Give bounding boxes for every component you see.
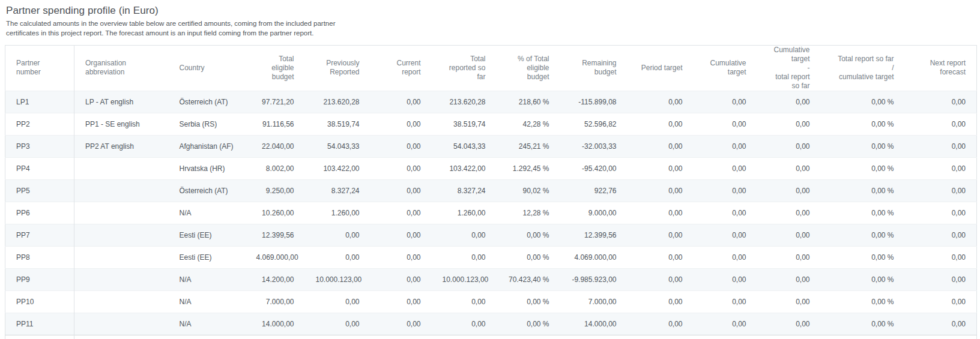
- cell: Serbia (RS): [169, 113, 246, 135]
- total-cell: 0,00 %: [821, 335, 905, 339]
- cell: 0,00: [432, 290, 497, 313]
- cell: [74, 246, 169, 268]
- total-cell: 4.354.989,32: [246, 335, 305, 339]
- table-row: PP11N/A14.000,000,000,000,000,00 %14.000…: [5, 313, 977, 335]
- cell: 38.519,74: [432, 113, 497, 135]
- cell: 0,00: [628, 91, 694, 113]
- cell: 0,00 %: [821, 290, 905, 313]
- cell: 12.399,56: [246, 224, 305, 246]
- cell: -9.985.923,00: [560, 268, 628, 290]
- cell: 0,00: [694, 135, 757, 157]
- cell: 0,00: [757, 268, 821, 290]
- cell: 1.292,45 %: [497, 157, 560, 179]
- cell: PP11: [5, 313, 74, 335]
- cell: [74, 224, 169, 246]
- cell: 0,00: [905, 179, 977, 202]
- cell: 14.000,00: [560, 313, 628, 335]
- cell: 0,00 %: [821, 179, 905, 202]
- cell: 1.260,00: [305, 202, 371, 224]
- cell: 0,00: [694, 179, 757, 202]
- cell: 0,00: [628, 268, 694, 290]
- cell: 0,00: [905, 224, 977, 246]
- column-header-7: Total reported so far: [432, 45, 497, 91]
- cell: 8.002,00: [246, 157, 305, 179]
- cell: 0,00: [305, 290, 371, 313]
- cell: 0,00: [305, 246, 371, 268]
- cell: 0,00: [757, 113, 821, 135]
- cell: N/A: [169, 268, 246, 290]
- cell: 103.422,00: [432, 157, 497, 179]
- column-header-13: Total report so far / cumulative target: [821, 45, 905, 91]
- cell: 0,00: [371, 113, 432, 135]
- cell: 0,00 %: [497, 246, 560, 268]
- cell: PP2 AT english: [74, 135, 169, 157]
- cell: 0,00 %: [821, 157, 905, 179]
- cell: 0,00: [628, 313, 694, 335]
- cell: 9.000,00: [560, 202, 628, 224]
- cell: Eesti (EE): [169, 246, 246, 268]
- table-row: PP6N/A10.260,001.260,000,001.260,0012,28…: [5, 202, 977, 224]
- total-cell: [169, 335, 246, 339]
- cell: PP4: [5, 157, 74, 179]
- cell: 0,00: [694, 290, 757, 313]
- column-header-11: Cumulative target: [694, 45, 757, 91]
- cell: PP10: [5, 290, 74, 313]
- cell: N/A: [169, 290, 246, 313]
- cell: 922,76: [560, 179, 628, 202]
- cell: 0,00: [694, 113, 757, 135]
- cell: 103.422,00: [305, 157, 371, 179]
- cell: 0,00: [905, 91, 977, 113]
- cell: [74, 202, 169, 224]
- cell: 0,00 %: [821, 268, 905, 290]
- cell: Österreich (AT): [169, 179, 246, 202]
- cell: 42,28 %: [497, 113, 560, 135]
- cell: 0,00: [905, 202, 977, 224]
- cell: 0,00: [432, 224, 497, 246]
- cell: N/A: [169, 313, 246, 335]
- cell: N/A: [169, 202, 246, 224]
- cell: PP3: [5, 135, 74, 157]
- table-row: PP4Hrvatska (HR)8.002,00103.422,000,0010…: [5, 157, 977, 179]
- cell: 14.000,00: [246, 313, 305, 335]
- cell: 97.721,20: [246, 91, 305, 113]
- cell: 0,00 %: [821, 202, 905, 224]
- cell: 0,00: [694, 246, 757, 268]
- cell: 0,00: [371, 268, 432, 290]
- table-row: PP7Eesti (EE)12.399,560,000,000,000,00 %…: [5, 224, 977, 246]
- cell: 0,00: [371, 246, 432, 268]
- column-header-2: Organisation abbreviation: [74, 45, 169, 91]
- cell: 0,00 %: [821, 246, 905, 268]
- cell: 218,60 %: [497, 91, 560, 113]
- cell: 10.000.123,00: [432, 268, 497, 290]
- cell: 70.423,40 %: [497, 268, 560, 290]
- cell: LP1: [5, 91, 74, 113]
- cell: Eesti (EE): [169, 224, 246, 246]
- cell: 0,00: [905, 113, 977, 135]
- cell: PP8: [5, 246, 74, 268]
- cell: 0,00 %: [821, 313, 905, 335]
- cell: 22.040,00: [246, 135, 305, 157]
- cell: 90,02 %: [497, 179, 560, 202]
- cell: 0,00: [905, 313, 977, 335]
- cell: 52.596,82: [560, 113, 628, 135]
- cell: 91.116,56: [246, 113, 305, 135]
- table-row: PP3PP2 AT englishAfghanistan (AF)22.040,…: [5, 135, 977, 157]
- cell: 0,00: [757, 224, 821, 246]
- table-footer: Total4.354.989,3210.419.315,590,0010.419…: [5, 335, 977, 339]
- cell: 10.260,00: [246, 202, 305, 224]
- cell: 0,00: [305, 224, 371, 246]
- table-row: PP10N/A7.000,000,000,000,000,00 %7.000,0…: [5, 290, 977, 313]
- cell: -32.003,33: [560, 135, 628, 157]
- table-row: PP9N/A14.200,0010.000.123,000,0010.000.1…: [5, 268, 977, 290]
- cell: Afghanistan (AF): [169, 135, 246, 157]
- cell: 10.000.123,00: [305, 268, 371, 290]
- table-total-row: Total4.354.989,3210.419.315,590,0010.419…: [5, 335, 977, 339]
- cell: 14.200,00: [246, 268, 305, 290]
- cell: 0,00: [371, 313, 432, 335]
- cell: 0,00: [905, 157, 977, 179]
- total-cell: 10.419.315,59: [305, 335, 371, 339]
- cell: 0,00: [905, 246, 977, 268]
- cell: 0,00: [371, 179, 432, 202]
- cell: 0,00: [757, 202, 821, 224]
- cell: 12,28 %: [497, 202, 560, 224]
